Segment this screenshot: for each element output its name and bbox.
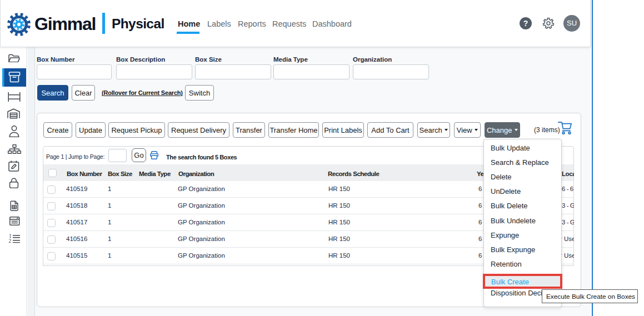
svg-text:2: 2 (8, 238, 11, 244)
